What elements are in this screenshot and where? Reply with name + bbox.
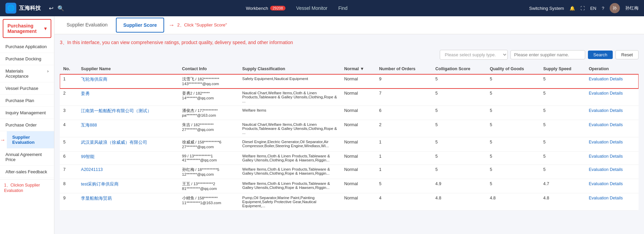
sidebar-item-materials-acceptance[interactable]: Materials Acceptance › xyxy=(0,65,54,82)
sidebar-item-vessel-purchase[interactable]: Vessel Purchase xyxy=(0,82,54,95)
help-icon[interactable]: ? xyxy=(602,6,604,11)
cell-operation: Evaluation Details xyxy=(585,89,639,106)
tab-supplier-score[interactable]: Supplier Score xyxy=(116,18,164,33)
filter-row: Please select supply type. Search Reset xyxy=(60,50,639,60)
cell-contact: 朱吉 / 182********* 27*******@qq.com xyxy=(179,120,239,137)
supplier-link[interactable]: 武汉菜风破浪（徐威威）有限公司 xyxy=(81,140,147,145)
supplier-link[interactable]: 互海888 xyxy=(81,123,97,128)
avatar[interactable]: 孙 xyxy=(610,3,620,13)
cell-supply-class: Welfare Items,Cloth & Linen Products,Tab… xyxy=(239,152,341,165)
sidebar-section-title-text: PurchasingManagement xyxy=(7,23,37,34)
sidebar-item-purchase-docking[interactable]: Purchase Docking xyxy=(0,53,54,65)
cell-supplier-name: 武汉菜风破浪（徐威威）有限公司 xyxy=(77,137,178,152)
cell-quality: 5 xyxy=(486,106,540,120)
logo: 🌐 互海科技 xyxy=(5,3,41,14)
cell-no: 2 xyxy=(60,89,77,106)
cell-supply-class: Welfare Items xyxy=(239,106,341,120)
search-icon[interactable]: 🔍 xyxy=(57,5,64,12)
sidebar-section-purchasing[interactable]: PurchasingManagement ▾ xyxy=(3,19,51,38)
tab-supplier-evaluation[interactable]: Supplier Evaluation xyxy=(60,18,115,32)
top-navbar: 🌐 互海科技 ↩ 🔍 Workbench 29208 Vessel Monito… xyxy=(0,0,644,16)
cell-operation: Evaluation Details xyxy=(585,152,639,165)
back-icon[interactable]: ↩ xyxy=(49,5,53,12)
eval-details-link[interactable]: Evaluation Details xyxy=(589,108,623,113)
sidebar-item-supplier-evaluation[interactable]: Supplier Evaluation xyxy=(7,131,54,149)
col-orders: Number of Orders xyxy=(376,64,432,74)
supplier-link[interactable]: 江南第一船舶配件有限公司（测试） xyxy=(81,109,152,113)
cell-supplier-name: 飞轮海供应商 xyxy=(77,74,178,89)
eval-details-link[interactable]: Evaluation Details xyxy=(589,154,623,159)
cell-colligation: 5 xyxy=(432,106,486,120)
eval-details-link[interactable]: Evaluation Details xyxy=(589,91,623,96)
cell-normal: Normal xyxy=(341,106,376,120)
table-row: 4 互海888 朱吉 / 182********* 27*******@qq.c… xyxy=(60,120,639,137)
eval-details-link[interactable]: Evaluation Details xyxy=(589,122,623,127)
supplier-link[interactable]: A20241113 xyxy=(81,167,103,172)
cell-colligation: 4.8 xyxy=(432,193,486,211)
cell-supply-class: Nautical Chart,Welfare Items,Cloth & Lin… xyxy=(239,120,341,137)
sidebar-item-purchase-order[interactable]: Purchase Order xyxy=(0,119,54,131)
sidebar: PurchasingManagement ▾ Purchase Applicat… xyxy=(0,16,54,234)
sidebar-item-label: Vessel Purchase xyxy=(5,86,38,91)
cell-no: 5 xyxy=(60,137,77,152)
cell-operation: Evaluation Details xyxy=(585,193,639,211)
supplier-link[interactable]: 99智能 xyxy=(81,154,94,159)
nav-icons: ↩ 🔍 xyxy=(49,5,64,12)
reset-button[interactable]: Reset xyxy=(615,50,639,59)
lang-button[interactable]: EN xyxy=(590,6,596,11)
tab-label: Supplier Evaluation xyxy=(67,22,108,27)
nav-center: Workbench 29208 Vessel Monitor Find xyxy=(70,5,524,11)
sidebar-item-purchase-application[interactable]: Purchase Application xyxy=(0,41,54,53)
eval-details-link[interactable]: Evaluation Details xyxy=(589,167,623,172)
cell-supply-class: Welfare Items,Cloth & Linen Products,Tab… xyxy=(239,165,341,179)
eval-details-link[interactable]: Evaluation Details xyxy=(589,196,623,200)
supplier-link[interactable]: 飞轮海供应商 xyxy=(81,77,107,82)
cell-orders: 6 xyxy=(376,106,432,120)
eval-details-link[interactable]: Evaluation Details xyxy=(589,140,623,144)
eval-details-link[interactable]: Evaluation Details xyxy=(589,181,623,186)
eval-details-link[interactable]: Evaluation Details xyxy=(589,77,623,81)
workbench-nav[interactable]: Workbench 29208 xyxy=(246,6,285,11)
cell-orders: 7 xyxy=(376,89,432,106)
cell-contact: 99 / 13***********1 41*********@qq.com xyxy=(179,152,239,165)
fullscreen-icon[interactable]: ⛶ xyxy=(580,6,585,11)
chevron-down-icon: ▾ xyxy=(44,26,47,31)
cell-speed: 5 xyxy=(540,74,586,89)
cell-orders: 9 xyxy=(376,74,432,89)
sidebar-item-label: Inquiry Management xyxy=(5,110,46,115)
supplier-name-input[interactable] xyxy=(510,50,585,59)
cell-contact: 姜勇2 / 182***** 14*******@qq.com xyxy=(179,89,239,106)
sidebar-item-annual-agreement-price[interactable]: Annual Agreement Price xyxy=(0,149,54,166)
supplier-link[interactable]: test采购订单供应商 xyxy=(81,182,119,187)
cell-supplier-name: test采购订单供应商 xyxy=(77,179,178,193)
col-normal[interactable]: Normal ▼ xyxy=(341,64,376,74)
table-row: 5 武汉菜风破浪（徐威威）有限公司 徐威威 / 158**********6 2… xyxy=(60,137,639,152)
bell-icon[interactable]: 🔔 xyxy=(570,6,575,11)
supplier-link[interactable]: 李显船舶海贸易 xyxy=(81,196,112,201)
switching-system-button[interactable]: Switching System xyxy=(529,6,564,11)
cell-supplier-name: 姜勇 xyxy=(77,89,178,106)
search-button[interactable]: Search xyxy=(588,51,613,59)
cell-speed: 5 xyxy=(540,165,586,179)
col-operation: Operation xyxy=(585,64,639,74)
vessel-monitor-link[interactable]: Vessel Monitor xyxy=(296,5,328,11)
sidebar-item-purchase-plan[interactable]: Purchase Plan xyxy=(0,95,54,107)
cell-no: 8 xyxy=(60,179,77,193)
sidebar-item-inquiry-management[interactable]: Inquiry Management xyxy=(0,107,54,119)
cell-supply-class: Welfare Items,Cloth & Linen Products,Tab… xyxy=(239,179,341,193)
cell-supply-class: Nautical Chart,Welfare Items,Cloth & Lin… xyxy=(239,89,341,106)
logo-icon: 🌐 xyxy=(5,3,16,14)
cell-supply-class: Safety Equipment,Nautical Equipment xyxy=(239,74,341,89)
table-row: 8 test采购订单供应商 王五 / 13**********2 81*****… xyxy=(60,179,639,193)
supply-type-select[interactable]: Please select supply type. xyxy=(440,50,508,60)
col-speed: Supply Speed xyxy=(540,64,586,74)
supplier-link[interactable]: 姜勇 xyxy=(81,91,90,96)
cell-operation: Evaluation Details xyxy=(585,165,639,179)
cell-no: 6 xyxy=(60,152,77,165)
cell-quality: 5 xyxy=(486,165,540,179)
sidebar-item-aftersales-feedback[interactable]: After-sales Feedback xyxy=(0,166,54,178)
cell-contact: 沈雪飞 / 182********** 143*********@qq.com xyxy=(179,74,239,89)
find-link[interactable]: Find xyxy=(338,5,347,11)
cell-speed: 5 xyxy=(540,106,586,120)
cell-orders: 1 xyxy=(376,165,432,179)
